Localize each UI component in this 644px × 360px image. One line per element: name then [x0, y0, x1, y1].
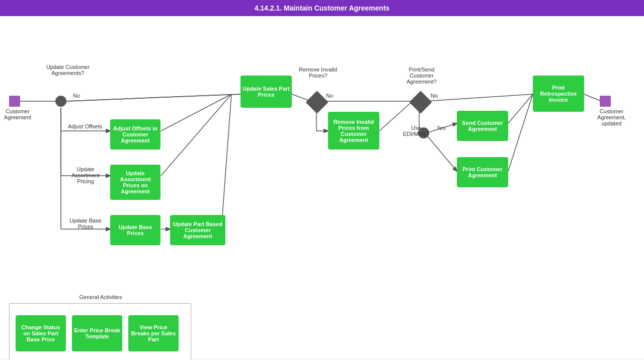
view-price-breaks-box[interactable]: View Price Breaks per Sales Part — [128, 315, 179, 351]
update-base-label: Update Base Prices — [68, 218, 103, 230]
update-part-based-box[interactable]: Update Part Based Customer Agreement — [170, 215, 225, 245]
svg-line-21 — [425, 133, 457, 171]
print-send-label: Print/Send Customer Agreement? — [401, 66, 442, 85]
svg-line-24 — [584, 94, 601, 101]
diagram-canvas: Customer Agreement Update Customer Agree… — [0, 16, 644, 358]
customer-agreement-start-label: Customer Agreement — [3, 108, 33, 120]
update-assortment-box[interactable]: Update Assortment Prices on Agreement — [110, 165, 160, 200]
remove-invalid-diamond — [305, 91, 328, 113]
remove-invalid-box[interactable]: Remove Invalid Prices from Customer Agre… — [328, 112, 379, 150]
svg-line-1 — [66, 94, 240, 101]
general-activities-label: General Activities — [78, 294, 123, 300]
change-status-box[interactable]: Change Status on Sales Part Base Price — [16, 315, 66, 351]
enter-price-break-box[interactable]: Enter Price Break Template — [72, 315, 122, 351]
send-customer-agreement-box[interactable]: Send Customer Agreement — [457, 111, 508, 141]
update-customer-label: Update Customer Agreements? — [45, 64, 91, 76]
update-assortment-label: Update Assortment Pricing — [65, 166, 106, 184]
customer-agreement-start — [9, 96, 20, 107]
svg-line-8 — [161, 94, 231, 176]
no1-label: No — [73, 93, 80, 99]
print-send-diamond — [409, 91, 432, 113]
remove-invalid-label: Remove Invalid Prices? — [298, 66, 338, 79]
general-activities-container: Change Status on Sales Part Base Price E… — [9, 303, 191, 360]
update-base-prices-box[interactable]: Update Base Prices — [110, 215, 160, 245]
page-title: 4.14.2.1. Maintain Customer Agreements — [0, 0, 644, 16]
svg-line-23 — [508, 94, 533, 171]
svg-line-5 — [161, 94, 231, 131]
adjust-offsets-box[interactable]: Adjust Offsets in Customer Agreement — [110, 119, 160, 150]
adjust-offsets-label: Adjust Offsets — [68, 123, 102, 129]
print-retro-invoice-box[interactable]: Print Retrospective Invoice — [533, 76, 584, 112]
start-circle — [55, 96, 66, 107]
customer-agreement-end — [600, 96, 611, 107]
svg-line-18 — [425, 94, 533, 101]
svg-line-12 — [221, 94, 231, 229]
update-sales-part-prices-box[interactable]: Update Sales Part Prices — [240, 76, 292, 108]
yes1-label: Yes — [437, 125, 446, 131]
svg-line-2 — [66, 94, 240, 101]
use-edi-label: Use EDI/MHS? — [401, 125, 431, 137]
svg-line-22 — [508, 94, 533, 123]
print-customer-agreement-box[interactable]: Print Customer Agreement — [457, 157, 508, 187]
no2-label: No — [326, 93, 333, 99]
customer-agreement-end-label: Customer Agreement, updated — [593, 108, 630, 126]
no3-label: No — [431, 93, 438, 99]
